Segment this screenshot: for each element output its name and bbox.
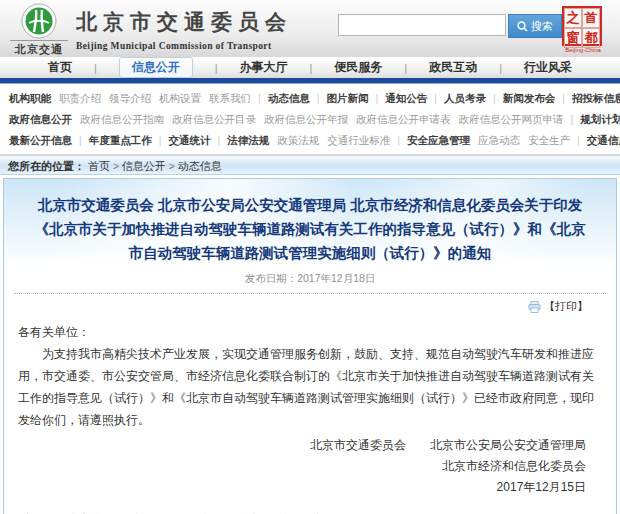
breadcrumb-item[interactable]: 动态信息 (178, 160, 222, 172)
search-icon (517, 21, 528, 32)
nav-item-info-disclosure[interactable]: 信息公开 (119, 57, 193, 78)
submenu-item[interactable]: 联系我们 (209, 92, 251, 104)
site-title-block: 北京市交通委员会 Beijing Municipal Commission of… (76, 8, 292, 51)
article-content-box: 北京市交通委员会 北京市公安局公安交通管理局 北京市经济和信息化委员会关于印发《… (3, 178, 617, 514)
submenu-item[interactable]: 应急动态 (478, 134, 520, 146)
publish-date-label: 发布日期： (245, 272, 298, 284)
submenu-item[interactable]: 安全应急管理 (407, 134, 470, 146)
search-area: 搜索 (338, 14, 562, 38)
submenu-item[interactable]: 最新公开信息 (9, 134, 72, 146)
submenu-separator: | (493, 92, 496, 104)
submenu-row-1: 机构职能职责介绍领导介绍机构设置联系我们|动态信息|图片新闻|通知公告|人员考录… (5, 88, 620, 109)
breadcrumb-item[interactable]: 信息公开 (122, 160, 166, 172)
search-button-label: 搜索 (531, 19, 553, 34)
page: 北京交通 北京市交通委员会 Beijing Municipal Commissi… (0, 0, 620, 514)
publish-date-value: 2017年12月18日 (297, 272, 375, 284)
signature-line: 北京市交通委员会 北京市公安局公安交通管理局 (4, 435, 586, 456)
submenu-separator: | (562, 92, 565, 104)
submenu-item[interactable]: 政府信息公开目录 (172, 113, 256, 125)
submenu-item[interactable]: 交通统计 (168, 134, 210, 146)
stamp-char: 都 (582, 28, 600, 48)
nav-item-service-hall[interactable]: 办事大厅 (240, 59, 288, 76)
submenu-item[interactable]: 规划计划 (580, 113, 620, 125)
submenu-separator: | (217, 134, 220, 146)
submenu-item[interactable]: 政府信息公开年报 (264, 113, 348, 125)
logo-emblem-icon (21, 3, 57, 39)
print-row: 【打印】 (4, 294, 616, 315)
stamp-char: 窗 (564, 28, 582, 48)
submenu-separator: | (571, 113, 574, 125)
submenu-separator: | (434, 92, 437, 104)
submenu-item[interactable]: 年度重点工作 (89, 134, 152, 146)
body-paragraph: 为支持我市高精尖技术产业发展，实现交通管理服务创新，鼓励、支持、规范自动驾驶汽车… (18, 343, 600, 431)
stamp-char: 首 (582, 8, 600, 28)
search-input[interactable] (338, 14, 506, 36)
print-button-label: 【打印】 (544, 299, 588, 314)
submenu-item[interactable]: 政府信息公开指南 (80, 113, 164, 125)
nav-item-industry-style[interactable]: 行业风采 (524, 59, 572, 76)
submenu-item[interactable]: 领导介绍 (109, 92, 151, 104)
nav-separator: | (404, 62, 407, 74)
submenu-item[interactable]: 图片新闻 (326, 92, 368, 104)
logo-caption: 北京交通 (10, 40, 68, 57)
submenu-separator: | (397, 134, 400, 146)
nav-separator: | (310, 62, 313, 74)
submenu-item[interactable]: 人员考录 (444, 92, 486, 104)
submenu-item[interactable]: 政府信息公开申请表 (356, 113, 451, 125)
nav-item-public-service[interactable]: 便民服务 (334, 59, 382, 76)
submenu-separator: | (375, 92, 378, 104)
submenu-item[interactable]: 法律法规 (227, 134, 269, 146)
publish-date-line: 发布日期：2017年12月18日 (4, 272, 616, 286)
search-button[interactable]: 搜索 (508, 14, 562, 38)
submenu-separator: | (317, 92, 320, 104)
submenu-item[interactable]: 动态信息 (268, 92, 310, 104)
submenu-separator: | (79, 134, 82, 146)
submenu-item[interactable]: 政府信息公开网页申请 (459, 113, 564, 125)
printer-icon (528, 301, 541, 313)
article-body: 各有关单位： 为支持我市高精尖技术产业发展，实现交通管理服务创新，鼓励、支持、规… (4, 315, 616, 431)
nav-separator: | (94, 62, 97, 74)
article-title: 北京市交通委员会 北京市公安局公安交通管理局 北京市经济和信息化委员会关于印发《… (30, 193, 590, 265)
site-logo[interactable]: 北京交通 (10, 3, 68, 57)
submenu-item[interactable]: 通知公告 (385, 92, 427, 104)
breadcrumb-item[interactable]: 首页 (88, 160, 110, 172)
submenu-separator: | (258, 92, 261, 104)
breadcrumb-separator: > (113, 161, 119, 172)
submenu-item[interactable]: 政策法规 (277, 134, 319, 146)
submenu-row-2: 政府信息公开政府信息公开指南政府信息公开目录政府信息公开年报政府信息公开申请表政… (5, 109, 620, 130)
submenu: 机构职能职责介绍领导介绍机构设置联系我们|动态信息|图片新闻|通知公告|人员考录… (0, 84, 620, 155)
submenu-item[interactable]: 机构职能 (9, 92, 51, 104)
submenu-item[interactable]: 交通行业标准 (327, 134, 390, 146)
signature-block: 北京市交通委员会 北京市公安局公安交通管理局北京市经济和信息化委员会2017年1… (4, 435, 616, 498)
submenu-item[interactable]: 交通信用信息 (587, 134, 620, 146)
breadcrumb-label: 您所在的位置： (8, 160, 85, 172)
capital-window-stamp[interactable]: 之首窗都 Beijing-China (562, 6, 604, 53)
submenu-item[interactable]: 机构设置 (159, 92, 201, 104)
site-title: 北京市交通委员会 (76, 8, 292, 36)
print-button[interactable]: 【打印】 (528, 299, 588, 314)
attachment-row: 附件1：北京市关于加快推进自动驾驶车辆道路测试有关工作的指导意见（试行）.pdf (18, 508, 616, 514)
attachments: 附件1：北京市关于加快推进自动驾驶车辆道路测试有关工作的指导意见（试行）.pdf… (4, 498, 616, 514)
nav-item-home[interactable]: 首页 (48, 59, 72, 76)
signature-line: 北京市经济和信息化委员会 (4, 456, 586, 477)
stamp-grid: 之首窗都 (562, 6, 602, 46)
breadcrumb: 您所在的位置：首页>信息公开>动态信息 (0, 155, 620, 175)
breadcrumb-trail: 首页>信息公开>动态信息 (85, 160, 225, 172)
site-subtitle: Beijing Municipal Commission of Transpor… (76, 41, 292, 51)
signature-line: 2017年12月15日 (4, 477, 586, 498)
submenu-separator: | (159, 134, 162, 146)
submenu-item[interactable]: 招投标信息 (572, 92, 620, 104)
stamp-caption: Beijing-China (562, 47, 604, 53)
site-header: 北京交通 北京市交通委员会 Beijing Municipal Commissi… (0, 0, 620, 57)
nav-item-gov-interaction[interactable]: 政民互动 (429, 59, 477, 76)
submenu-separator: | (577, 134, 580, 146)
submenu-item[interactable]: 职责介绍 (59, 92, 101, 104)
main-nav: 首页|信息公开|办事大厅|便民服务|政民互动|行业风采 (0, 57, 620, 78)
stamp-char: 之 (564, 8, 582, 28)
breadcrumb-separator: > (169, 161, 175, 172)
submenu-item[interactable]: 新闻发布会 (503, 92, 556, 104)
nav-separator: | (215, 62, 218, 74)
submenu-item[interactable]: 安全生产 (528, 134, 570, 146)
nav-separator: | (499, 62, 502, 74)
submenu-item[interactable]: 政府信息公开 (9, 113, 72, 125)
